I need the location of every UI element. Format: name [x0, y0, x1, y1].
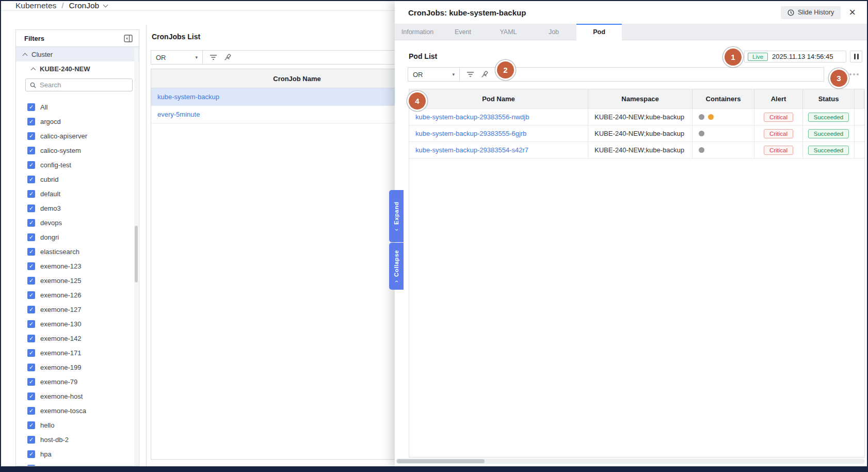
- checkbox-checked-icon[interactable]: ✓: [27, 306, 35, 313]
- checkbox-checked-icon[interactable]: ✓: [27, 277, 35, 285]
- cronjobs-operator-select[interactable]: OR ▾: [151, 51, 203, 64]
- filter-icon[interactable]: [467, 71, 474, 77]
- namespace-filter-item[interactable]: ✓calico-apiserver: [16, 129, 139, 143]
- namespace-filter-item[interactable]: ✓exemone-123: [16, 259, 139, 273]
- namespace-filter-item[interactable]: ✓calico-system: [16, 143, 139, 158]
- expand-button[interactable]: ‹ Expand: [389, 190, 404, 242]
- checkbox-checked-icon[interactable]: ✓: [27, 262, 35, 270]
- checkbox-checked-icon[interactable]: ✓: [27, 349, 35, 357]
- namespace-filter-item[interactable]: ✓exemone-199: [16, 360, 139, 374]
- cronjob-name-link[interactable]: every-5minute: [157, 111, 200, 118]
- namespace-filter-item[interactable]: ✓hpa: [16, 447, 139, 461]
- namespace-filter-item[interactable]: ✓argocd: [16, 114, 139, 129]
- tab-event[interactable]: Event: [440, 24, 486, 40]
- namespace-filter-item[interactable]: ✓exemone-125: [16, 273, 139, 288]
- pod-name-cell[interactable]: kube-system-backup-29383555-6gjrb: [409, 125, 588, 141]
- pod-name-cell[interactable]: kube-system-backup-29383556-nwdjb: [409, 109, 588, 125]
- namespace-filter-item[interactable]: ✓dongri: [16, 230, 139, 244]
- tree-node-cluster-name[interactable]: KUBE-240-NEW: [16, 61, 139, 76]
- checkbox-checked-icon[interactable]: ✓: [27, 176, 35, 183]
- pod-operator-select[interactable]: OR ▾: [408, 68, 460, 81]
- checkbox-checked-icon[interactable]: ✓: [27, 103, 35, 111]
- checkbox-checked-icon[interactable]: ✓: [27, 118, 35, 125]
- checkbox-checked-icon[interactable]: ✓: [27, 436, 35, 444]
- pause-button[interactable]: [850, 51, 862, 62]
- search-icon: [30, 82, 36, 88]
- chevron-up-icon[interactable]: [31, 67, 36, 72]
- cronjob-name-link[interactable]: kube-system-backup: [157, 93, 219, 101]
- namespace-filter-item[interactable]: ✓exemone-host: [16, 389, 139, 403]
- collapse-button[interactable]: › Collapse: [389, 243, 404, 290]
- tab-information[interactable]: Information: [395, 24, 440, 40]
- namespace-search[interactable]: [25, 78, 133, 91]
- sidebar-scrollbar[interactable]: [134, 48, 138, 466]
- tree-group-cluster[interactable]: Cluster: [16, 47, 139, 61]
- pin-icon[interactable]: [481, 71, 488, 78]
- column-header-pod-name[interactable]: Pod Name: [409, 89, 588, 108]
- namespace-filter-item[interactable]: ✓elasticsearch: [16, 244, 139, 259]
- namespace-filter-item[interactable]: ✓demo3: [16, 201, 139, 215]
- checkbox-checked-icon[interactable]: ✓: [27, 291, 35, 299]
- namespace-filter-item[interactable]: ✓devops: [16, 215, 139, 230]
- checkbox-checked-icon[interactable]: ✓: [27, 378, 35, 386]
- checkbox-checked-icon[interactable]: ✓: [27, 190, 35, 198]
- column-header-namespace[interactable]: Namespace: [588, 89, 693, 108]
- namespace-filter-item[interactable]: ✓exemone-142: [16, 331, 139, 345]
- namespace-filter-item[interactable]: ✓default: [16, 186, 139, 201]
- namespace-filter-item[interactable]: ✓exemone-126: [16, 288, 139, 302]
- breadcrumb-current[interactable]: CronJob: [69, 1, 100, 10]
- tab-yaml[interactable]: YAML: [486, 24, 531, 40]
- namespace-filter-item[interactable]: ✓exemone-tosca: [16, 403, 139, 418]
- checkbox-checked-icon[interactable]: ✓: [27, 248, 35, 256]
- scrollbar-thumb[interactable]: [397, 459, 485, 463]
- checkbox-checked-icon[interactable]: ✓: [27, 364, 35, 371]
- pin-icon[interactable]: [224, 54, 231, 61]
- checkbox-checked-icon[interactable]: ✓: [27, 219, 35, 227]
- tab-job[interactable]: Job: [531, 24, 576, 40]
- slide-history-button[interactable]: Slide History: [781, 6, 841, 19]
- checkbox-checked-icon[interactable]: ✓: [27, 392, 35, 400]
- filter-icon[interactable]: [210, 54, 217, 60]
- namespace-label: calico-apiserver: [40, 132, 87, 140]
- checkbox-checked-icon[interactable]: ✓: [27, 204, 35, 212]
- namespace-filter-item[interactable]: ✓cubrid: [16, 172, 139, 186]
- horizontal-scrollbar[interactable]: [396, 459, 865, 464]
- column-header-alert[interactable]: Alert: [754, 89, 803, 108]
- checkbox-checked-icon[interactable]: ✓: [27, 147, 35, 154]
- collapse-panel-icon[interactable]: [124, 35, 133, 42]
- column-header-containers[interactable]: Containers: [693, 89, 754, 108]
- close-icon[interactable]: ×: [849, 7, 856, 18]
- namespace-filter-item[interactable]: ✓kube-backup: [16, 461, 139, 466]
- namespace-filter-item[interactable]: ✓config-test: [16, 158, 139, 172]
- namespace-filter-item[interactable]: ✓All: [16, 100, 139, 114]
- checkbox-checked-icon[interactable]: ✓: [27, 233, 35, 241]
- more-options-icon[interactable]: [849, 73, 859, 75]
- breadcrumb-root[interactable]: Kubernetes: [15, 1, 56, 10]
- search-input[interactable]: [40, 81, 128, 89]
- pod-name-cell[interactable]: kube-system-backup-29383554-s42r7: [409, 142, 588, 158]
- chevron-up-icon[interactable]: [23, 53, 28, 58]
- namespace-value: KUBE-240-NEW;kube-backup: [594, 113, 684, 121]
- namespace-filter-item[interactable]: ✓exemone-130: [16, 317, 139, 331]
- checkbox-checked-icon[interactable]: ✓: [27, 335, 35, 342]
- tab-pod[interactable]: Pod: [576, 24, 622, 41]
- pod-name-link[interactable]: kube-system-backup-29383556-nwdjb: [415, 113, 529, 121]
- checkbox-checked-icon[interactable]: ✓: [27, 450, 35, 458]
- column-header-status[interactable]: Status: [803, 89, 855, 108]
- checkbox-checked-icon[interactable]: ✓: [27, 132, 35, 140]
- namespace-filter-item[interactable]: ✓exemone-127: [16, 302, 139, 317]
- checkbox-checked-icon[interactable]: ✓: [27, 465, 35, 467]
- checkbox-checked-icon[interactable]: ✓: [27, 407, 35, 415]
- live-timestamp: 2025.11.13 14:56:45: [772, 53, 833, 60]
- namespace-filter-item[interactable]: ✓exemone-79: [16, 374, 139, 389]
- checkbox-checked-icon[interactable]: ✓: [27, 161, 35, 169]
- namespace-filter-item[interactable]: ✓exemone-171: [16, 345, 139, 360]
- checkbox-checked-icon[interactable]: ✓: [27, 320, 35, 328]
- chevron-down-icon[interactable]: [103, 3, 108, 8]
- checkbox-checked-icon[interactable]: ✓: [27, 421, 35, 429]
- pod-name-link[interactable]: kube-system-backup-29383555-6gjrb: [415, 130, 526, 137]
- namespace-filter-item[interactable]: ✓host-db-2: [16, 432, 139, 447]
- pod-name-link[interactable]: kube-system-backup-29383554-s42r7: [415, 146, 528, 154]
- namespace-list: ✓All✓argocd✓calico-apiserver✓calico-syst…: [16, 96, 139, 466]
- namespace-filter-item[interactable]: ✓hello: [16, 418, 139, 432]
